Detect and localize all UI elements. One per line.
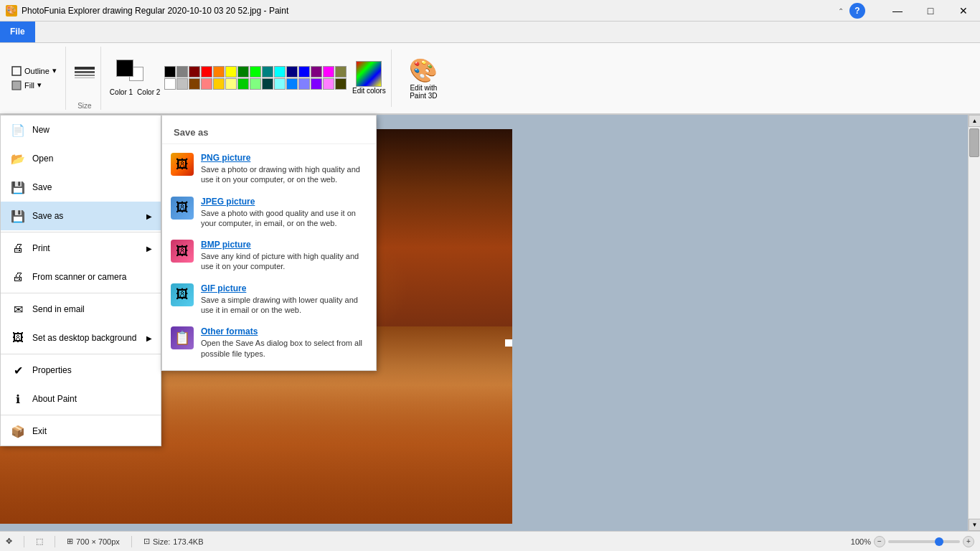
saveas-item-png[interactable]: 🖼PNG pictureSave a photo or drawing with… (162, 147, 376, 191)
menu-item-scanner[interactable]: 🖨From scanner or camera (1, 263, 161, 291)
size-line-4 (75, 77, 95, 78)
scroll-up-button[interactable]: ▲ (969, 115, 980, 127)
color-swatch[interactable] (250, 66, 261, 77)
color-swatch[interactable] (213, 78, 225, 90)
color-swatch[interactable] (189, 78, 200, 90)
menu-icon-desktop_bg: 🖼 (9, 329, 27, 347)
fill-icon (11, 80, 22, 90)
color-swatch[interactable] (262, 78, 273, 90)
menu-item-print[interactable]: 🖨Print▶ (1, 234, 161, 263)
color-swatch[interactable] (250, 78, 261, 90)
color-swatch[interactable] (298, 78, 310, 90)
saveas-desc-other: Open the Save As dialog box to select fr… (201, 338, 367, 359)
zoom-area: 100% − + (851, 536, 974, 547)
saveas-title-png: PNG picture (201, 153, 367, 163)
color-swatch[interactable] (201, 78, 212, 90)
outline-button[interactable]: Outline ▾ (9, 65, 60, 77)
divider (391, 50, 392, 107)
close-button[interactable]: ✕ (947, 0, 980, 22)
menu-arrow-save_as: ▶ (146, 212, 152, 220)
color-swatch[interactable] (298, 66, 310, 77)
color-swatch[interactable] (274, 78, 286, 90)
fill-dropdown-icon: ▾ (37, 80, 42, 90)
scroll-thumb[interactable] (969, 128, 979, 157)
color-swatch[interactable] (262, 66, 273, 77)
menu-item-about[interactable]: ℹAbout Paint (1, 385, 161, 413)
saveas-text-other: Other formatsOpen the Save As dialog box… (201, 326, 367, 359)
vertical-scrollbar[interactable]: ▲ ▼ (968, 115, 980, 531)
color-swatch[interactable] (225, 78, 237, 90)
menu-item-desktop_bg[interactable]: 🖼Set as desktop background▶ (1, 324, 161, 352)
color-swatch[interactable] (286, 66, 298, 77)
select-icon: ⬚ (36, 537, 43, 546)
menu-item-exit[interactable]: 📦Exit (1, 417, 161, 446)
edit-with-paint3d-button[interactable]: 🎨 Edit with Paint 3D (406, 54, 440, 103)
outline-icon (11, 66, 22, 76)
color-swatch[interactable] (323, 66, 334, 77)
saveas-item-bmp[interactable]: 🖼BMP pictureSave any kind of picture wit… (162, 234, 376, 278)
color-swatch[interactable] (189, 66, 200, 77)
scroll-track[interactable] (969, 127, 980, 519)
color-swatch[interactable] (213, 66, 225, 77)
color-swatch[interactable] (176, 66, 188, 77)
menu-items-container: 📄New📂Open💾Save💾Save as▶🖨Print▶🖨From scan… (1, 116, 161, 446)
expand-ribbon-icon[interactable]: ⌃ (838, 7, 844, 15)
paint3d-label: Paint 3D (410, 92, 437, 100)
color-display-group: Color 1 Color 2 (110, 60, 161, 96)
color1-box[interactable] (116, 60, 133, 77)
maximize-button[interactable]: □ (914, 0, 947, 22)
size-status: ⊡ Size: 173.4KB (143, 537, 204, 546)
menu-item-save_as[interactable]: 💾Save as▶ (1, 202, 161, 230)
menu-icon-send_email: ✉ (9, 301, 27, 318)
menu-icon-exit: 📦 (9, 423, 27, 440)
color-swatch[interactable] (225, 66, 237, 77)
color-swatch[interactable] (274, 66, 286, 77)
edit-paint3d-content: 🎨 Edit with Paint 3D (406, 47, 440, 110)
color-swatch[interactable] (335, 78, 347, 90)
color-swatch[interactable] (311, 78, 322, 90)
selection-handle[interactable] (505, 339, 512, 347)
menu-item-save[interactable]: 💾Save (1, 173, 161, 202)
color-swatch[interactable] (237, 78, 249, 90)
color-swatch[interactable] (176, 78, 188, 90)
zoom-out-button[interactable]: − (874, 536, 885, 547)
color-swatch[interactable] (164, 78, 176, 90)
menu-label-exit: Exit (32, 426, 47, 436)
file-tab[interactable]: File (0, 22, 35, 42)
menu-item-properties[interactable]: ✔Properties (1, 356, 161, 385)
saveas-icon-bmp: 🖼 (171, 240, 194, 263)
menu-item-open[interactable]: 📂Open (1, 144, 161, 173)
zoom-slider[interactable] (888, 540, 960, 543)
outline-fill-buttons: Outline ▾ Fill ▾ (9, 65, 60, 92)
color-swatch[interactable] (237, 66, 249, 77)
color-swatch[interactable] (335, 66, 347, 77)
edit-with-label: Edit with (410, 84, 437, 92)
saveas-item-other[interactable]: 📋Other formatsOpen the Save As dialog bo… (162, 321, 376, 364)
color-swatch[interactable] (201, 66, 212, 77)
color-swatch[interactable] (311, 66, 322, 77)
svg-rect-0 (12, 67, 21, 75)
menu-label-properties: Properties (32, 365, 72, 375)
menu-item-send_email[interactable]: ✉Send in email (1, 295, 161, 324)
saveas-item-jpeg[interactable]: 🖼JPEG pictureSave a photo with good qual… (162, 191, 376, 235)
edit-colors-button[interactable]: Edit colors (351, 61, 387, 95)
menu-divider (1, 415, 161, 415)
zoom-thumb[interactable] (935, 537, 943, 546)
size-icon (75, 67, 95, 78)
edit-paint3d-group: 🎨 Edit with Paint 3D (400, 47, 446, 110)
color-swatch[interactable] (286, 78, 298, 90)
fill-button[interactable]: Fill ▾ (9, 79, 60, 92)
scroll-down-button[interactable]: ▼ (969, 519, 980, 531)
select-status: ⬚ (36, 537, 43, 546)
menu-label-new: New (32, 125, 50, 135)
color-swatch[interactable] (164, 66, 176, 77)
menu-label-send_email: Send in email (32, 304, 85, 314)
zoom-in-button[interactable]: + (963, 536, 974, 547)
menu-item-new[interactable]: 📄New (1, 116, 161, 144)
color-swatch[interactable] (323, 78, 334, 90)
minimize-button[interactable]: — (881, 0, 914, 22)
saveas-item-gif[interactable]: 🖼GIF pictureSave a simple drawing with l… (162, 278, 376, 321)
menu-label-save_as: Save as (32, 211, 63, 221)
help-button[interactable]: ? (849, 3, 865, 19)
edit-colors-label: Edit colors (351, 87, 387, 95)
